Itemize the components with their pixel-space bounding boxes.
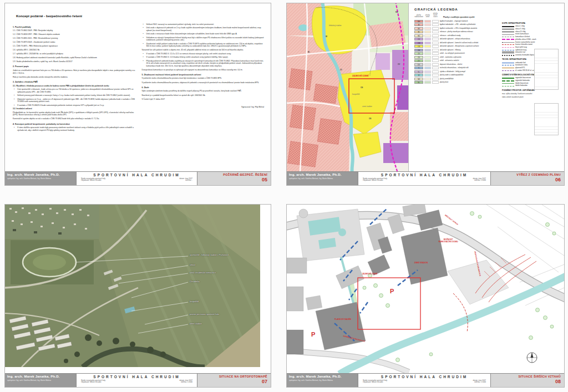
doc-line: Veškeré NÚC navazují na samostatné požár… (142, 23, 265, 26)
legend-row: VL výroba a skladování - lehký průmysl (414, 70, 496, 73)
legend-col-header: plochy změn (424, 15, 431, 18)
doc-line: V požárním úseku shromažďovacího prostor… (142, 77, 265, 80)
doc-line: 3.1. Rozdělení z hlediska provozů a vzta… (13, 85, 135, 88)
legend-line-sample (502, 70, 514, 71)
zoning-map (287, 3, 408, 172)
legend-row-label: občanské vybavení - tělovýchovná a sport… (440, 45, 496, 47)
site-label: ZÁJMOVÉ ÚZEMÍ (362, 273, 377, 276)
author-box: Ing. arch. Marek Janatka, Ph.D. spoluprá… (5, 374, 76, 387)
legend-swatch: OH (414, 49, 423, 52)
legend-row: silnice I. třídy (502, 26, 559, 27)
doc-line: Jedná se o multifunkční sportovní halu p… (13, 69, 135, 74)
stadium-oval (23, 248, 76, 277)
map-label: zimní stadion (362, 105, 372, 108)
map-label: ZV (340, 69, 342, 71)
aerial-photo (5, 205, 260, 367)
map-label: OS (361, 86, 363, 89)
doc-line: 4. Koncepce požárně bezpečnostní, požada… (13, 123, 135, 126)
legend-swatch-reserve (432, 20, 439, 23)
map-label: NS (395, 11, 398, 13)
author-name: Ing. arch. Marek Janatka, Ph.D. (7, 173, 74, 176)
legend-row-label: bydlení hromadné - v bytových domech (440, 21, 496, 22)
legend-row: silnice III. třídy (502, 31, 559, 33)
doc-line: Hala je navržena jako dostavba areálu st… (13, 76, 135, 79)
doc-line: Část sportoviště s tribunami - bude urče… (13, 88, 135, 93)
site-plan-drawing (287, 205, 564, 373)
legend-row: hranice řešeného území (502, 44, 559, 45)
project-subtitle-2: Objednatel: Město Chrudim (363, 381, 387, 384)
legend-col-header: plochy stabilizované (414, 15, 423, 18)
legend-line-sample (502, 44, 514, 45)
map-label: fotbalový stadion (329, 24, 342, 27)
doc-line: Vzhledem na stávající kompaktnost řešené… (142, 37, 265, 42)
scale-label: měřítko: 1:2000 (179, 381, 192, 384)
legend-swatch-change (424, 45, 431, 48)
author-collaboration: spolupráce: Ing. arch. Kateřina Mertová,… (7, 379, 74, 381)
legend-swatch: BI (414, 23, 423, 26)
site-label: ZIMNÍ STADION (413, 262, 429, 264)
legend-swatch-change (424, 63, 431, 66)
legend-swatch-reserve (432, 81, 439, 84)
sheet-label-box: POŽÁRNĚ-BEZPEČ. ŘEŠENÍ 05 (197, 172, 271, 185)
legend-row-label: index zeleně stavebních ploch (502, 96, 559, 98)
legend-row: přeložka silnice II/340 - návrh (502, 39, 559, 40)
project-title: SPORTOVNÍ HALA CHRUDIM (81, 173, 192, 177)
legend-swatch-reserve (432, 27, 439, 30)
ortho-label: silnice (190, 264, 195, 266)
legend-swatch: OS (414, 45, 423, 48)
legend-line-sample (502, 39, 514, 40)
project-meta: datum: únor 2017 měřítko: - (179, 178, 192, 182)
fire-report-left-column: 1. Použité podklady1.1. ČSN 73 0802:2009… (13, 23, 135, 133)
legend-line-sample (502, 55, 514, 56)
legend-swatch-change (424, 70, 431, 73)
legend-row: BV bydlení venkovské - v RD s hospodářsk… (414, 27, 496, 30)
legend-line-sample (502, 50, 514, 50)
sheet-fire-safety-report: Koncept požárně - bezpečnostního řešení … (4, 3, 271, 186)
legend-swatch-change (424, 30, 431, 33)
fire-report-right-column: Veškeré NÚC navazují na samostatné požár… (142, 23, 265, 133)
doc-line: 3.2. Instalační zařízení (13, 108, 135, 110)
project-box: SPORTOVNÍ HALA CHRUDIM Studie novostavby… (358, 374, 491, 387)
legend-row: BI bydlení individuální - v RD - městské… (414, 23, 496, 26)
site-label: PLAVECKÝ BAZÉN (334, 319, 351, 321)
scale-label: měřítko: 1:5000 (473, 180, 486, 182)
doc-line: 3. Zatřídění z hlediska PBŘ (13, 81, 135, 84)
doc-line: V požárním úseku shromažďovacího prostor… (142, 82, 265, 84)
legend-row: W plochy vodní a vodohospodářské (414, 74, 496, 77)
legend-swatch-change (424, 52, 431, 55)
legend-swatch-change (424, 59, 431, 62)
legend-line-sample (502, 26, 514, 27)
author-box: Ing. arch. Marek Janatka, Ph.D. spoluprá… (5, 172, 76, 185)
legend-row-label: občanské vybavení - hřbitovy (440, 49, 496, 51)
legend-swatch: TI (414, 67, 423, 69)
sheet-label-box: SITUACE ŠIRŠÍCH VZTAHŮ 08 (491, 374, 564, 387)
legend-row: ZS zeleň - soukromá a vyhrazená (414, 56, 496, 59)
doc-line: Veškeré provozy pod tribunami a navazují… (13, 94, 135, 97)
sheet-title: VÝŘEZ Z ÚZEMNÍHO PLÁNU (494, 173, 561, 176)
legend-row: BH bydlení hromadné - v bytových domech (414, 20, 496, 23)
author-collaboration: spolupráce: Ing. arch. Kateřina Mertová,… (289, 177, 356, 180)
project-subtitles: Studie novostavby sportovní haly Objedna… (363, 380, 387, 384)
legend-swatch-reserve (432, 70, 439, 73)
sheet-zoning-plan: ZÁJMOVÉ ÚZEMÍfotbalový stadionkoupaliště… (286, 3, 565, 186)
doc-line: V rámci dalšího zpracování studie byly p… (13, 126, 135, 131)
legend-row-label: dopravní infrastruktura - silniční (440, 64, 496, 65)
map-label: ZÁJMOVÉ ÚZEMÍ (352, 75, 369, 77)
project-subtitle-2: Objednatel: Město Chrudim (363, 180, 387, 182)
legend-line-sample (502, 86, 514, 86)
legend-swatch-change (424, 34, 431, 37)
ortho-label: areál chrudimské nemocnice (190, 272, 216, 274)
legend-row-label: technická infrastruktura - inženýrské sí… (440, 67, 496, 69)
legend-swatch: W (414, 74, 423, 77)
sheet-label-box: SITUACE NA ORTOFOTOMAPĚ 07 (197, 374, 271, 387)
legend-podm-rows: max. výška zástavby / koeficient zastavě… (502, 93, 559, 98)
legend-row-label: silnice II. třídy (515, 28, 559, 30)
legend-line-sample (502, 63, 514, 63)
legend-row-label: hlavní pěší trasy (515, 47, 559, 48)
ortho-label: prostor pro novou sportovní halu (190, 313, 219, 315)
legend-column-headers: plochy stabilizované plochy změn plochy … (414, 13, 559, 18)
sheet-title: SITUACE ŠIRŠÍCH VZTAHŮ (494, 375, 561, 378)
project-meta: datum: únor 2017 měřítko: 1:5000 (473, 178, 486, 182)
legend-swatch-reserve (432, 38, 439, 40)
sheet-title: POŽÁRNĚ-BEZPEČ. ŘEŠENÍ (201, 173, 267, 176)
